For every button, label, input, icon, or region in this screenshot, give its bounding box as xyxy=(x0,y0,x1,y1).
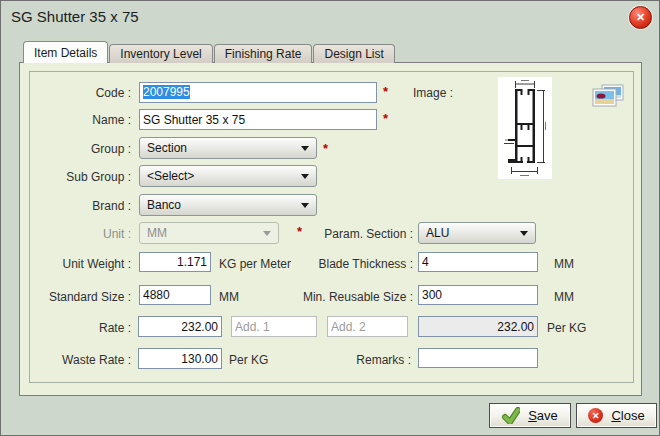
item-master-window: SG Shutter 35 x 75 ✕ Item Details Invent… xyxy=(0,0,660,436)
total-rate-field xyxy=(418,316,538,337)
tab-strip: Item Details Inventory Level Finishing R… xyxy=(23,41,396,63)
image-label: Image : xyxy=(413,86,453,100)
brand-label: Brand : xyxy=(31,199,131,213)
tab-item-details[interactable]: Item Details xyxy=(23,41,108,63)
sub-group-dropdown[interactable]: <Select> xyxy=(139,165,317,187)
dropdown-arrow-icon xyxy=(301,174,309,179)
close-icon: ✕ xyxy=(636,11,645,24)
standard-size-input[interactable] xyxy=(139,285,211,305)
window-close-button[interactable]: ✕ xyxy=(629,6,652,29)
save-button[interactable]: Save xyxy=(489,403,571,428)
unit-weight-suffix: KG per Meter xyxy=(219,257,291,271)
rate-add2-input[interactable] xyxy=(327,316,408,337)
name-required-marker: * xyxy=(383,111,388,126)
unit-label: Unit : xyxy=(31,227,131,241)
photos-icon xyxy=(591,83,625,110)
dropdown-arrow-icon xyxy=(301,203,309,208)
param-section-selected-value: ALU xyxy=(426,226,449,240)
param-section-label: Param. Section : xyxy=(291,227,413,241)
sub-group-selected-value: <Select> xyxy=(147,169,194,183)
dropdown-arrow-icon xyxy=(520,231,528,236)
tab-design-list[interactable]: Design List xyxy=(313,44,394,63)
sub-group-label: Sub Group : xyxy=(31,170,131,184)
waste-rate-label: Waste Rate : xyxy=(31,353,131,367)
name-label: Name : xyxy=(31,113,131,127)
window-title: SG Shutter 35 x 75 xyxy=(11,8,139,25)
standard-size-suffix: MM xyxy=(219,290,239,304)
blade-thickness-label: Blade Thickness : xyxy=(291,257,413,271)
code-required-marker: * xyxy=(383,84,388,99)
blade-thickness-input[interactable] xyxy=(418,252,538,272)
close-circle-icon: ✕ xyxy=(588,408,603,423)
min-reusable-size-suffix: MM xyxy=(554,290,574,304)
unit-weight-label: Unit Weight : xyxy=(31,257,131,271)
standard-size-label: Standard Size : xyxy=(31,290,131,304)
min-reusable-size-input[interactable] xyxy=(418,285,538,305)
group-selected-value: Section xyxy=(147,141,187,155)
total-rate-suffix: Per KG xyxy=(547,321,586,335)
unit-weight-input[interactable] xyxy=(139,252,211,272)
rate-input[interactable] xyxy=(138,316,222,337)
brand-dropdown[interactable]: Banco xyxy=(139,194,317,216)
unit-dropdown: MM xyxy=(139,222,279,244)
tab-label: Item Details xyxy=(34,46,97,60)
tab-finishing-rate[interactable]: Finishing Rate xyxy=(214,44,313,63)
browse-image-button[interactable] xyxy=(591,83,625,110)
min-reusable-size-label: Min. Reusable Size : xyxy=(286,290,413,304)
tab-label: Finishing Rate xyxy=(225,47,302,61)
rate-add1-input[interactable] xyxy=(231,316,317,337)
save-button-label: Save xyxy=(528,408,558,423)
close-button-label: Close xyxy=(611,408,644,423)
blade-thickness-suffix: MM xyxy=(554,257,574,271)
brand-selected-value: Banco xyxy=(147,198,181,212)
waste-rate-input[interactable] xyxy=(138,348,222,369)
check-icon xyxy=(502,407,520,424)
rate-label: Rate : xyxy=(31,321,131,335)
remarks-input[interactable] xyxy=(418,348,538,368)
param-section-dropdown[interactable]: ALU xyxy=(418,222,536,244)
group-label: Group : xyxy=(31,142,131,156)
tab-label: Inventory Level xyxy=(120,47,201,61)
code-input[interactable]: 2007995 xyxy=(139,82,377,103)
dropdown-arrow-icon xyxy=(263,231,271,236)
name-input[interactable] xyxy=(139,109,377,130)
group-dropdown[interactable]: Section xyxy=(139,137,317,159)
group-required-marker: * xyxy=(323,141,328,156)
profile-drawing xyxy=(498,77,552,179)
waste-rate-suffix: Per KG xyxy=(229,353,268,367)
item-image xyxy=(498,77,552,179)
code-label: Code : xyxy=(31,86,131,100)
code-selected-text: 2007995 xyxy=(143,85,190,99)
tab-label: Design List xyxy=(324,47,383,61)
remarks-label: Remarks : xyxy=(291,353,411,367)
unit-selected-value: MM xyxy=(147,226,167,240)
close-button[interactable]: ✕ Close xyxy=(576,403,657,428)
close-x-glyph: ✕ xyxy=(592,411,600,421)
dropdown-arrow-icon xyxy=(301,146,309,151)
tab-inventory-level[interactable]: Inventory Level xyxy=(109,44,212,63)
